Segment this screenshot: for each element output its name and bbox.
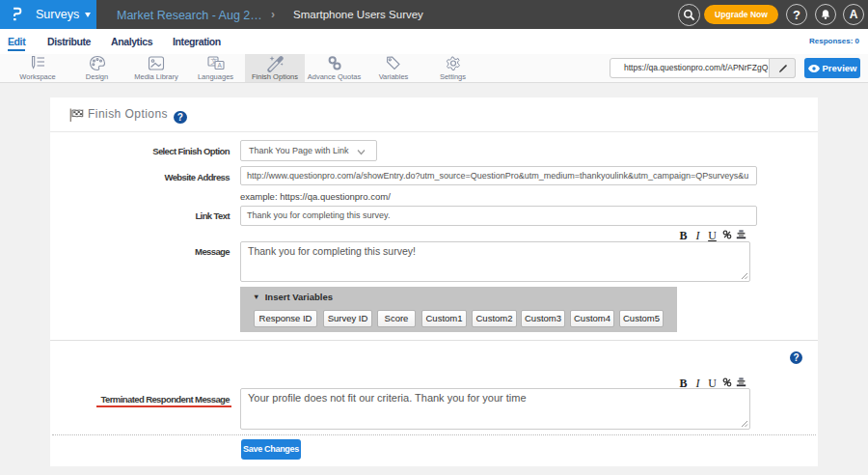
svg-text:A: A [217, 62, 222, 69]
